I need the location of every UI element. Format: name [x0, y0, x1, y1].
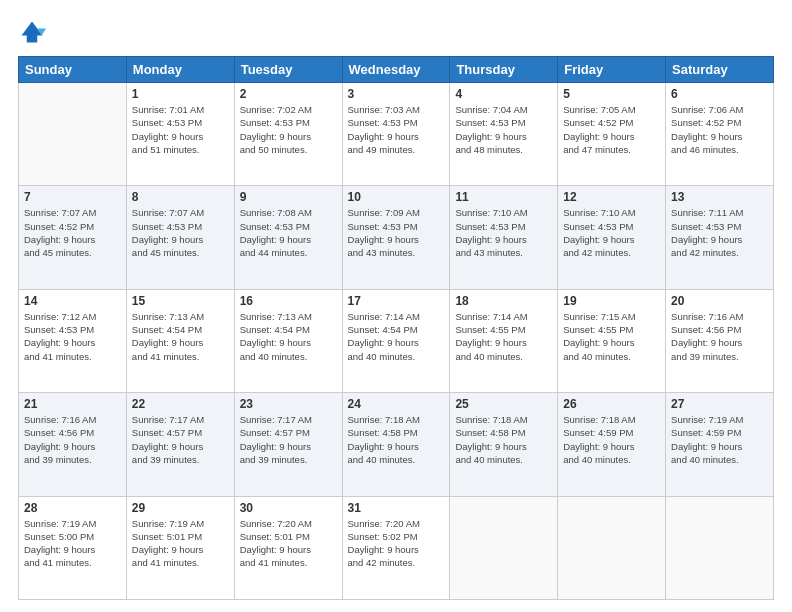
day-info-line: Sunset: 4:55 PM [455, 324, 525, 335]
calendar-day-cell: 14Sunrise: 7:12 AMSunset: 4:53 PMDayligh… [19, 289, 127, 392]
day-info-line: and 40 minutes. [455, 351, 523, 362]
day-number: 19 [563, 294, 660, 308]
day-info-line: and 43 minutes. [455, 247, 523, 258]
day-info-line: Daylight: 9 hours [132, 131, 203, 142]
day-info-line: Daylight: 9 hours [24, 234, 95, 245]
day-info-line: Sunrise: 7:14 AM [455, 311, 527, 322]
day-info-line: Sunset: 4:54 PM [348, 324, 418, 335]
calendar-day-cell: 6Sunrise: 7:06 AMSunset: 4:52 PMDaylight… [666, 83, 774, 186]
day-info-line: and 44 minutes. [240, 247, 308, 258]
day-info-line: Sunrise: 7:14 AM [348, 311, 420, 322]
day-info-line: Sunrise: 7:10 AM [455, 207, 527, 218]
calendar-day-cell: 8Sunrise: 7:07 AMSunset: 4:53 PMDaylight… [126, 186, 234, 289]
day-info-line: Daylight: 9 hours [455, 337, 526, 348]
day-number: 25 [455, 397, 552, 411]
day-number: 21 [24, 397, 121, 411]
day-of-week-header: Friday [558, 57, 666, 83]
day-info-line: Sunrise: 7:02 AM [240, 104, 312, 115]
logo-icon [18, 18, 46, 46]
day-info-line: and 39 minutes. [240, 454, 308, 465]
day-info-line: Sunset: 4:56 PM [24, 427, 94, 438]
day-number: 29 [132, 501, 229, 515]
day-info-line: Daylight: 9 hours [671, 234, 742, 245]
day-info: Sunrise: 7:03 AMSunset: 4:53 PMDaylight:… [348, 103, 445, 156]
day-info-line: Sunrise: 7:16 AM [671, 311, 743, 322]
day-info-line: Sunrise: 7:07 AM [132, 207, 204, 218]
days-of-week-row: SundayMondayTuesdayWednesdayThursdayFrid… [19, 57, 774, 83]
calendar-day-cell: 11Sunrise: 7:10 AMSunset: 4:53 PMDayligh… [450, 186, 558, 289]
day-info-line: Sunrise: 7:05 AM [563, 104, 635, 115]
day-info-line: Sunset: 4:56 PM [671, 324, 741, 335]
day-info: Sunrise: 7:18 AMSunset: 4:58 PMDaylight:… [348, 413, 445, 466]
day-info-line: Daylight: 9 hours [240, 131, 311, 142]
day-info-line: Sunset: 4:53 PM [455, 221, 525, 232]
day-info-line: and 43 minutes. [348, 247, 416, 258]
calendar-week-row: 14Sunrise: 7:12 AMSunset: 4:53 PMDayligh… [19, 289, 774, 392]
day-info-line: and 40 minutes. [563, 454, 631, 465]
calendar-day-cell: 21Sunrise: 7:16 AMSunset: 4:56 PMDayligh… [19, 393, 127, 496]
day-info: Sunrise: 7:19 AMSunset: 5:01 PMDaylight:… [132, 517, 229, 570]
day-of-week-header: Wednesday [342, 57, 450, 83]
day-info-line: Daylight: 9 hours [348, 337, 419, 348]
day-number: 11 [455, 190, 552, 204]
day-info: Sunrise: 7:20 AMSunset: 5:02 PMDaylight:… [348, 517, 445, 570]
day-info-line: Sunset: 4:58 PM [348, 427, 418, 438]
day-info-line: and 42 minutes. [671, 247, 739, 258]
calendar-body: 1Sunrise: 7:01 AMSunset: 4:53 PMDaylight… [19, 83, 774, 600]
day-of-week-header: Sunday [19, 57, 127, 83]
day-info-line: and 41 minutes. [24, 557, 92, 568]
day-info: Sunrise: 7:20 AMSunset: 5:01 PMDaylight:… [240, 517, 337, 570]
day-info-line: and 39 minutes. [24, 454, 92, 465]
calendar-day-cell [450, 496, 558, 599]
day-info-line: and 47 minutes. [563, 144, 631, 155]
day-info-line: Sunset: 4:53 PM [132, 221, 202, 232]
day-info: Sunrise: 7:13 AMSunset: 4:54 PMDaylight:… [240, 310, 337, 363]
day-info-line: Daylight: 9 hours [132, 337, 203, 348]
day-info-line: Sunset: 4:53 PM [24, 324, 94, 335]
day-info: Sunrise: 7:07 AMSunset: 4:52 PMDaylight:… [24, 206, 121, 259]
day-number: 22 [132, 397, 229, 411]
day-info-line: Sunrise: 7:06 AM [671, 104, 743, 115]
day-number: 9 [240, 190, 337, 204]
calendar-week-row: 28Sunrise: 7:19 AMSunset: 5:00 PMDayligh… [19, 496, 774, 599]
day-info-line: Sunset: 4:53 PM [563, 221, 633, 232]
day-info-line: Sunrise: 7:12 AM [24, 311, 96, 322]
day-info-line: Daylight: 9 hours [455, 131, 526, 142]
day-info-line: Daylight: 9 hours [671, 131, 742, 142]
day-info-line: Daylight: 9 hours [24, 441, 95, 452]
calendar-day-cell: 18Sunrise: 7:14 AMSunset: 4:55 PMDayligh… [450, 289, 558, 392]
day-info: Sunrise: 7:17 AMSunset: 4:57 PMDaylight:… [240, 413, 337, 466]
day-info: Sunrise: 7:09 AMSunset: 4:53 PMDaylight:… [348, 206, 445, 259]
svg-marker-0 [22, 22, 43, 43]
header [18, 18, 774, 46]
calendar-day-cell [19, 83, 127, 186]
calendar-day-cell: 5Sunrise: 7:05 AMSunset: 4:52 PMDaylight… [558, 83, 666, 186]
day-info-line: and 40 minutes. [671, 454, 739, 465]
calendar-day-cell: 19Sunrise: 7:15 AMSunset: 4:55 PMDayligh… [558, 289, 666, 392]
calendar-day-cell: 26Sunrise: 7:18 AMSunset: 4:59 PMDayligh… [558, 393, 666, 496]
day-number: 23 [240, 397, 337, 411]
day-info: Sunrise: 7:19 AMSunset: 5:00 PMDaylight:… [24, 517, 121, 570]
day-info: Sunrise: 7:07 AMSunset: 4:53 PMDaylight:… [132, 206, 229, 259]
day-info-line: Sunrise: 7:18 AM [563, 414, 635, 425]
day-of-week-header: Tuesday [234, 57, 342, 83]
day-info-line: and 41 minutes. [24, 351, 92, 362]
calendar-week-row: 21Sunrise: 7:16 AMSunset: 4:56 PMDayligh… [19, 393, 774, 496]
calendar-day-cell: 31Sunrise: 7:20 AMSunset: 5:02 PMDayligh… [342, 496, 450, 599]
day-info-line: and 40 minutes. [563, 351, 631, 362]
day-info-line: Daylight: 9 hours [348, 441, 419, 452]
day-info-line: Daylight: 9 hours [671, 337, 742, 348]
day-info-line: Sunset: 4:53 PM [671, 221, 741, 232]
day-info-line: and 48 minutes. [455, 144, 523, 155]
calendar-day-cell: 2Sunrise: 7:02 AMSunset: 4:53 PMDaylight… [234, 83, 342, 186]
day-number: 15 [132, 294, 229, 308]
day-info-line: and 45 minutes. [132, 247, 200, 258]
day-info-line: and 40 minutes. [240, 351, 308, 362]
calendar-day-cell: 27Sunrise: 7:19 AMSunset: 4:59 PMDayligh… [666, 393, 774, 496]
day-number: 1 [132, 87, 229, 101]
day-info-line: Daylight: 9 hours [348, 131, 419, 142]
calendar-day-cell: 9Sunrise: 7:08 AMSunset: 4:53 PMDaylight… [234, 186, 342, 289]
day-info-line: Sunset: 4:52 PM [563, 117, 633, 128]
day-number: 24 [348, 397, 445, 411]
calendar-day-cell: 1Sunrise: 7:01 AMSunset: 4:53 PMDaylight… [126, 83, 234, 186]
